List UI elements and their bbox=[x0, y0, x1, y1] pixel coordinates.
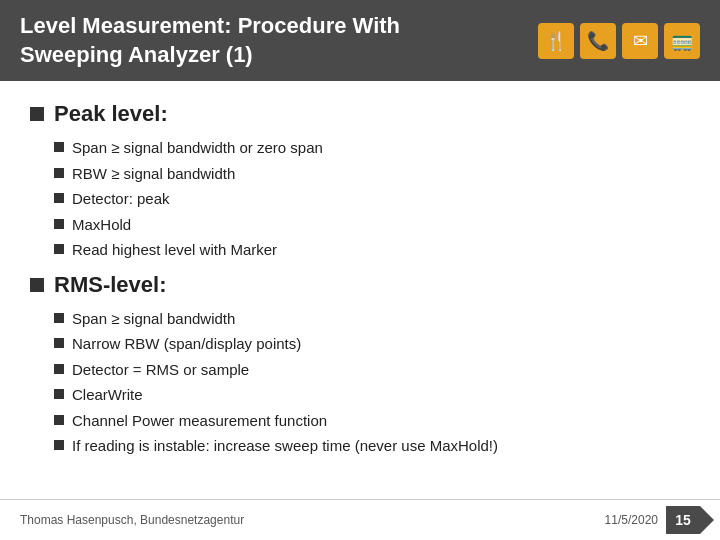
list-item-text: Span ≥ signal bandwidth bbox=[72, 308, 690, 331]
slide-content: Peak level: Span ≥ signal bandwidth or z… bbox=[0, 81, 720, 499]
rms-level-section: RMS-level: Span ≥ signal bandwidth Narro… bbox=[30, 272, 690, 458]
list-item: Detector: peak bbox=[54, 188, 690, 211]
list-bullet bbox=[54, 440, 64, 450]
phone-icon: 📞 bbox=[580, 23, 616, 59]
list-item: Span ≥ signal bandwidth bbox=[54, 308, 690, 331]
list-item-text: Read highest level with Marker bbox=[72, 239, 690, 262]
header-icon-group: 🍴 📞 ✉ 🚃 bbox=[538, 23, 700, 59]
list-item: Channel Power measurement function bbox=[54, 410, 690, 433]
list-item: RBW ≥ signal bandwidth bbox=[54, 163, 690, 186]
list-item-text: RBW ≥ signal bandwidth bbox=[72, 163, 690, 186]
peak-level-header: Peak level: bbox=[30, 101, 690, 127]
peak-level-list: Span ≥ signal bandwidth or zero span RBW… bbox=[30, 137, 690, 262]
list-bullet bbox=[54, 313, 64, 323]
list-bullet bbox=[54, 168, 64, 178]
peak-level-bullet bbox=[30, 107, 44, 121]
list-bullet bbox=[54, 338, 64, 348]
peak-level-title: Peak level: bbox=[54, 101, 168, 127]
rms-level-title: RMS-level: bbox=[54, 272, 166, 298]
title-line2: Sweeping Analyzer (1) bbox=[20, 42, 253, 67]
list-bullet bbox=[54, 244, 64, 254]
list-item-text: Narrow RBW (span/display points) bbox=[72, 333, 690, 356]
list-item-text: ClearWrite bbox=[72, 384, 690, 407]
list-item: ClearWrite bbox=[54, 384, 690, 407]
footer-author: Thomas Hasenpusch, Bundesnetzagentur bbox=[20, 513, 244, 527]
train-icon: 🚃 bbox=[664, 23, 700, 59]
cutlery-icon: 🍴 bbox=[538, 23, 574, 59]
slide-footer: Thomas Hasenpusch, Bundesnetzagentur 11/… bbox=[0, 499, 720, 540]
list-item: MaxHold bbox=[54, 214, 690, 237]
rms-level-bullet bbox=[30, 278, 44, 292]
peak-level-section: Peak level: Span ≥ signal bandwidth or z… bbox=[30, 101, 690, 262]
list-item: If reading is instable: increase sweep t… bbox=[54, 435, 690, 458]
slide-header: Level Measurement: Procedure With Sweepi… bbox=[0, 0, 720, 81]
footer-right: 11/5/2020 15 bbox=[605, 506, 700, 534]
list-bullet bbox=[54, 415, 64, 425]
list-bullet bbox=[54, 364, 64, 374]
footer-date: 11/5/2020 bbox=[605, 513, 658, 527]
list-item-text: MaxHold bbox=[72, 214, 690, 237]
list-item: Read highest level with Marker bbox=[54, 239, 690, 262]
rms-level-header: RMS-level: bbox=[30, 272, 690, 298]
slide-number-box: 15 bbox=[666, 506, 700, 534]
list-item: Span ≥ signal bandwidth or zero span bbox=[54, 137, 690, 160]
list-bullet bbox=[54, 193, 64, 203]
rms-level-list: Span ≥ signal bandwidth Narrow RBW (span… bbox=[30, 308, 690, 458]
list-item-text: Detector: peak bbox=[72, 188, 690, 211]
slide: Level Measurement: Procedure With Sweepi… bbox=[0, 0, 720, 540]
list-item-text: Channel Power measurement function bbox=[72, 410, 690, 433]
list-item-text: Detector = RMS or sample bbox=[72, 359, 690, 382]
list-item: Narrow RBW (span/display points) bbox=[54, 333, 690, 356]
list-item-text: If reading is instable: increase sweep t… bbox=[72, 435, 690, 458]
list-bullet bbox=[54, 219, 64, 229]
slide-number: 15 bbox=[675, 512, 691, 528]
title-line1: Level Measurement: Procedure With bbox=[20, 13, 400, 38]
list-bullet bbox=[54, 142, 64, 152]
slide-number-arrow bbox=[700, 506, 714, 534]
email-icon: ✉ bbox=[622, 23, 658, 59]
list-bullet bbox=[54, 389, 64, 399]
list-item-text: Span ≥ signal bandwidth or zero span bbox=[72, 137, 690, 160]
list-item: Detector = RMS or sample bbox=[54, 359, 690, 382]
slide-title: Level Measurement: Procedure With Sweepi… bbox=[20, 12, 400, 69]
